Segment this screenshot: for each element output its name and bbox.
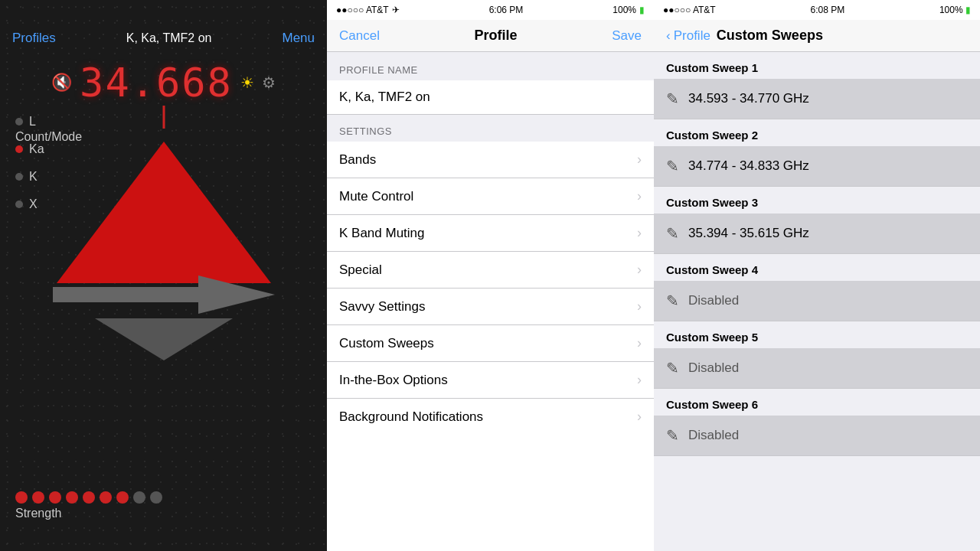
- menu-item-mute-label: Mute Control: [339, 189, 413, 204]
- profile-status-bar: ●●○○○ AT&T ✈ 6:06 PM 100% ▮: [327, 0, 654, 20]
- sweeps-nav-title: Custom Sweeps: [717, 28, 823, 44]
- triangle-down: [95, 318, 233, 360]
- save-button[interactable]: Save: [612, 28, 642, 44]
- back-button[interactable]: ‹ Profile: [666, 28, 710, 44]
- menu-item-special[interactable]: Special ›: [327, 252, 654, 289]
- band-x: X: [15, 197, 44, 211]
- radar-panel: Profiles K, Ka, TMF2 on Menu 🔇 34.668 ☀ …: [0, 0, 327, 551]
- menu-item-inbox-options[interactable]: In-the-Box Options ›: [327, 362, 654, 399]
- sweep-4-value: Disabled: [688, 293, 739, 308]
- sweep-5-value: Disabled: [688, 360, 739, 376]
- status-carrier: ●●○○○ AT&T ✈: [336, 5, 400, 15]
- chevron-right-icon: ›: [637, 335, 642, 351]
- strength-dot-3: [49, 491, 61, 504]
- band-k-label: K: [29, 170, 38, 184]
- menu-item-kband-label: K Band Muting: [339, 226, 425, 241]
- sweep-1-header: Custom Sweep 1: [654, 52, 980, 79]
- strength-dot-5: [83, 491, 95, 504]
- menu-item-savvy-label: Savvy Settings: [339, 299, 425, 315]
- menu-item-special-label: Special: [339, 262, 382, 278]
- edit-icon: ✎: [666, 426, 679, 445]
- sweep-2-item[interactable]: ✎ 34.774 - 34.833 GHz: [654, 146, 980, 187]
- sweep-group-6: Custom Sweep 6 ✎ Disabled: [654, 389, 980, 456]
- strength-dots: [15, 491, 162, 504]
- sweep-5-item[interactable]: ✎ Disabled: [654, 348, 980, 389]
- sweep-3-value: 35.394 - 35.615 GHz: [688, 226, 809, 241]
- chevron-right-icon: ›: [637, 225, 642, 241]
- sweep-1-value: 34.593 - 34.770 GHz: [688, 91, 809, 106]
- edit-icon: ✎: [666, 157, 679, 175]
- band-l-label: L: [29, 115, 36, 129]
- profiles-button[interactable]: Profiles: [12, 31, 56, 46]
- strength-label: Strength: [15, 507, 162, 520]
- sweep-4-item[interactable]: ✎ Disabled: [654, 281, 980, 321]
- menu-item-bands[interactable]: Bands ›: [327, 142, 654, 178]
- chevron-right-icon: ›: [637, 372, 642, 388]
- chevron-right-icon: ›: [637, 298, 642, 315]
- band-x-dot: [15, 201, 23, 208]
- sweep-group-3: Custom Sweep 3 ✎ 35.394 - 35.615 GHz: [654, 187, 980, 254]
- svg-marker-0: [53, 276, 275, 314]
- sweeps-status-bar: ●●○○○ AT&T 6:08 PM 100% ▮: [654, 0, 980, 20]
- edit-icon: ✎: [666, 90, 679, 108]
- mute-icon[interactable]: 🔇: [51, 73, 72, 93]
- brightness-icon[interactable]: ☀: [240, 73, 254, 92]
- strength-dot-1: [15, 491, 28, 504]
- menu-item-k-band-muting[interactable]: K Band Muting ›: [327, 215, 654, 252]
- strength-dot-2: [32, 491, 44, 504]
- menu-item-bands-label: Bands: [339, 152, 376, 168]
- menu-item-notifications-label: Background Notifications: [339, 409, 483, 425]
- sweeps-panel: ●●○○○ AT&T 6:08 PM 100% ▮ ‹ Profile Cust…: [654, 0, 980, 551]
- sweeps-nav-bar: ‹ Profile Custom Sweeps: [654, 20, 980, 52]
- sweep-6-item[interactable]: ✎ Disabled: [654, 416, 980, 456]
- profile-name-header: Profile Name: [327, 52, 654, 80]
- signal-indicator: [162, 106, 165, 129]
- strength-dot-9: [150, 491, 162, 504]
- menu-item-custom-sweeps[interactable]: Custom Sweeps ›: [327, 325, 654, 362]
- menu-item-sweeps-label: Custom Sweeps: [339, 336, 434, 351]
- menu-button[interactable]: Menu: [282, 31, 315, 46]
- sweeps-list: Custom Sweep 1 ✎ 34.593 - 34.770 GHz Cus…: [654, 52, 980, 551]
- radar-top-bar: Profiles K, Ka, TMF2 on Menu: [0, 21, 327, 55]
- chevron-right-icon: ›: [637, 152, 642, 168]
- band-k: K: [15, 170, 44, 184]
- settings-icon[interactable]: ⚙: [262, 73, 276, 92]
- sweeps-battery: 100% ▮: [939, 5, 971, 15]
- speed-readout: 34.668: [80, 60, 233, 106]
- sweep-1-item[interactable]: ✎ 34.593 - 34.770 GHz: [654, 79, 980, 119]
- sweep-group-5: Custom Sweep 5 ✎ Disabled: [654, 321, 980, 389]
- sweep-6-value: Disabled: [688, 428, 739, 443]
- profile-nav-bar: Cancel Profile Save: [327, 20, 654, 52]
- band-l: L: [15, 115, 44, 129]
- sweep-6-header: Custom Sweep 6: [654, 389, 980, 416]
- chevron-right-icon: ›: [637, 409, 642, 425]
- menu-item-background-notifications[interactable]: Background Notifications ›: [327, 399, 654, 435]
- band-l-dot: [15, 118, 23, 126]
- settings-header: Settings: [327, 115, 654, 142]
- chevron-right-icon: ›: [637, 262, 642, 278]
- band-k-dot: [15, 173, 23, 181]
- edit-icon: ✎: [666, 359, 679, 377]
- strength-section: Strength: [15, 491, 162, 520]
- profile-name-input[interactable]: [327, 80, 654, 115]
- menu-item-savvy-settings[interactable]: Savvy Settings ›: [327, 289, 654, 325]
- menu-item-inbox-label: In-the-Box Options: [339, 373, 448, 388]
- sweep-3-item[interactable]: ✎ 35.394 - 35.615 GHz: [654, 214, 980, 254]
- band-x-label: X: [29, 197, 38, 211]
- sweep-5-header: Custom Sweep 5: [654, 321, 980, 348]
- cancel-button[interactable]: Cancel: [339, 28, 380, 44]
- sweep-group-2: Custom Sweep 2 ✎ 34.774 - 34.833 GHz: [654, 119, 980, 187]
- band-indicators: L Ka K X: [15, 115, 44, 211]
- sweep-2-header: Custom Sweep 2: [654, 119, 980, 146]
- menu-item-mute-control[interactable]: Mute Control ›: [327, 178, 654, 215]
- sweep-4-header: Custom Sweep 4: [654, 254, 980, 281]
- settings-menu-list: Bands › Mute Control › K Band Muting › S…: [327, 142, 654, 551]
- back-label: Profile: [674, 28, 710, 44]
- profile-nav-title: Profile: [475, 28, 518, 44]
- strength-dot-7: [116, 491, 129, 504]
- sweep-2-value: 34.774 - 34.833 GHz: [688, 158, 809, 174]
- sweep-3-header: Custom Sweep 3: [654, 187, 980, 214]
- radar-profile-name: K, Ka, TMF2 on: [126, 31, 212, 45]
- sweep-group-4: Custom Sweep 4 ✎ Disabled: [654, 254, 980, 321]
- horizontal-arrow: [53, 276, 275, 314]
